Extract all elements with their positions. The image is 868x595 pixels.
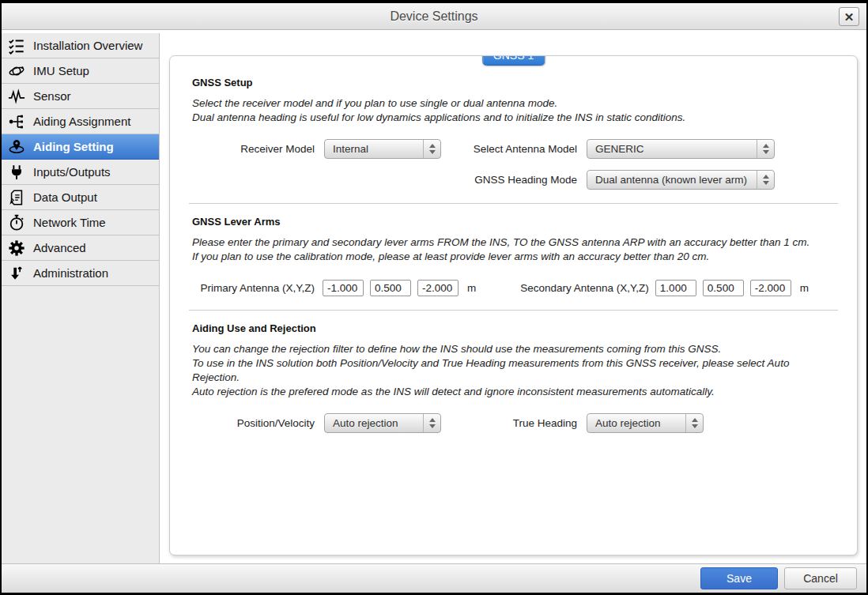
primary-antenna-y-input[interactable] — [370, 280, 411, 296]
spinner-arrows-icon — [685, 414, 703, 432]
aiding-title: Aiding Use and Rejection — [192, 322, 835, 334]
section-divider — [189, 310, 838, 311]
primary-antenna-x-input[interactable] — [323, 280, 364, 296]
sidebar-item-label: Advanced — [33, 241, 86, 254]
heading-mode-value: Dual antenna (known lever arm) — [587, 171, 757, 189]
heading-mode-select[interactable]: Dual antenna (known lever arm) — [587, 170, 775, 190]
sidebar-item-installation-overview[interactable]: Installation Overview — [2, 33, 159, 58]
content-area: GNSS 1 GNSS Setup Select the receiver mo… — [160, 33, 866, 563]
primary-antenna-z-input[interactable] — [417, 280, 459, 296]
secondary-antenna-y-input[interactable] — [703, 280, 744, 296]
lever-arms-title: GNSS Lever Arms — [192, 216, 835, 228]
position-velocity-value: Auto rejection — [325, 414, 423, 432]
device-settings-dialog: Device Settings ✕ Installation Overview … — [2, 3, 866, 593]
sidebar-item-label: IMU Setup — [33, 64, 89, 77]
aiding-form: Position/Velocity Auto rejection True He… — [192, 413, 835, 433]
antenna-model-label: Select Antenna Model — [460, 143, 577, 155]
primary-antenna-label: Primary Antenna (X,Y,Z) — [192, 282, 315, 294]
secondary-antenna-unit: m — [800, 282, 809, 294]
save-button[interactable]: Save — [700, 567, 778, 589]
receiver-model-select[interactable]: Internal — [324, 139, 441, 159]
tab-label: GNSS 1 — [493, 55, 534, 62]
cancel-button[interactable]: Cancel — [784, 567, 857, 589]
sidebar-item-inputs-outputs[interactable]: Inputs/Outputs — [2, 160, 159, 185]
waveform-icon — [7, 87, 26, 106]
sidebar-item-label: Inputs/Outputs — [33, 165, 111, 179]
sidebar-item-advanced[interactable]: Advanced — [2, 235, 159, 261]
footer-bar: Save Cancel — [2, 563, 866, 593]
checklist-icon — [7, 36, 26, 55]
sidebar-item-data-output[interactable]: Data Output — [2, 185, 159, 210]
secondary-antenna-z-input[interactable] — [750, 280, 791, 296]
true-heading-value: Auto rejection — [587, 414, 685, 432]
lever-arms-desc-2: If you plan to use the calibration mode,… — [192, 250, 835, 264]
aiding-desc-3: Auto rejection is the prefered mode as t… — [192, 385, 835, 399]
sidebar-item-label: Aiding Setting — [33, 140, 114, 153]
secondary-antenna-x-input[interactable] — [655, 280, 696, 296]
gnss-setup-desc-2: Dual antenna heading is useful for low d… — [192, 111, 835, 125]
receiver-model-label: Receiver Model — [192, 143, 315, 155]
position-velocity-label: Position/Velocity — [192, 417, 315, 429]
assignment-tree-icon — [7, 112, 26, 131]
section-divider — [189, 203, 838, 204]
primary-antenna-unit: m — [467, 282, 476, 294]
pin-orbit-icon — [7, 137, 26, 156]
sidebar-item-label: Installation Overview — [33, 39, 142, 52]
lever-arms-desc-1: Please enter the primary and secondary l… — [192, 235, 835, 250]
stopwatch-icon — [7, 213, 26, 232]
main-area: Installation Overview IMU Setup Sensor A… — [2, 33, 866, 563]
sidebar-item-imu-setup[interactable]: IMU Setup — [2, 58, 159, 84]
sidebar-item-label: Aiding Assignment — [33, 115, 130, 128]
true-heading-select[interactable]: Auto rejection — [587, 413, 704, 433]
gnss-setup-title: GNSS Setup — [192, 77, 835, 88]
position-velocity-select[interactable]: Auto rejection — [324, 413, 441, 433]
window-title: Device Settings — [390, 9, 477, 24]
heading-mode-label: GNSS Heading Mode — [460, 174, 577, 186]
sidebar-item-aiding-setting[interactable]: Aiding Setting — [2, 134, 159, 160]
sidebar: Installation Overview IMU Setup Sensor A… — [2, 33, 160, 563]
titlebar: Device Settings ✕ — [2, 3, 866, 30]
sidebar-item-network-time[interactable]: Network Time — [2, 210, 159, 235]
spinner-arrows-icon — [757, 171, 774, 189]
spinner-arrows-icon — [757, 140, 774, 158]
true-heading-label: True Heading — [460, 417, 577, 429]
antenna-model-select[interactable]: GENERIC — [587, 139, 775, 159]
cancel-button-label: Cancel — [803, 572, 838, 585]
sidebar-item-aiding-assignment[interactable]: Aiding Assignment — [2, 109, 159, 134]
gnss-setup-desc-1: Select the receiver model and if you pla… — [192, 96, 835, 111]
spinner-arrows-icon — [423, 140, 440, 158]
up-down-arrows-icon — [7, 264, 26, 283]
antenna-model-value: GENERIC — [587, 140, 757, 158]
spinner-arrows-icon — [423, 414, 440, 432]
sidebar-item-administration[interactable]: Administration — [2, 261, 159, 286]
gyroscope-icon — [7, 62, 26, 81]
close-icon: ✕ — [844, 11, 855, 23]
aiding-desc-2: To use in the INS solution both Position… — [192, 356, 835, 385]
secondary-antenna-label: Secondary Antenna (X,Y,Z) — [520, 282, 649, 294]
gnss-setup-form: Receiver Model Internal Select Antenna M… — [192, 139, 835, 190]
sidebar-item-label: Administration — [33, 266, 108, 280]
receiver-model-value: Internal — [325, 140, 423, 158]
sidebar-item-label: Network Time — [33, 216, 106, 229]
save-button-label: Save — [726, 572, 752, 585]
settings-panel: GNSS 1 GNSS Setup Select the receiver mo… — [169, 55, 858, 555]
gear-icon — [7, 239, 26, 258]
sidebar-item-label: Sensor — [33, 89, 71, 103]
aiding-desc-1: You can change the rejection filter to d… — [192, 342, 835, 356]
plug-icon — [7, 163, 26, 182]
lever-arms-form: Primary Antenna (X,Y,Z) m Secondary Ante… — [192, 280, 835, 296]
sidebar-item-sensor[interactable]: Sensor — [2, 84, 159, 109]
document-pencil-icon — [7, 188, 26, 207]
sidebar-item-label: Data Output — [33, 190, 97, 204]
close-button[interactable]: ✕ — [839, 7, 859, 26]
tab-gnss-1[interactable]: GNSS 1 — [482, 55, 545, 66]
